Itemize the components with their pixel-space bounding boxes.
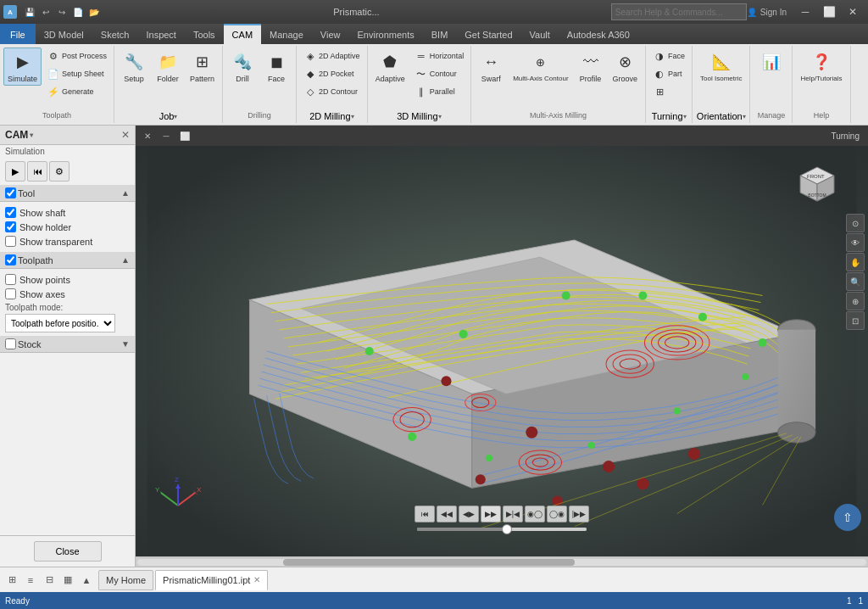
tab-manage[interactable]: Manage	[261, 24, 312, 44]
horizontal-scrollbar[interactable]	[136, 556, 868, 567]
view-column-button[interactable]: ▦	[59, 572, 76, 589]
show-points-checkbox[interactable]	[5, 274, 16, 285]
vp-minimize-btn[interactable]: ─	[158, 128, 175, 143]
pan-button[interactable]: ✋	[846, 253, 865, 271]
stock-section-header[interactable]: Stock ▼	[0, 336, 135, 353]
stock-checkbox[interactable]	[5, 338, 16, 349]
panel-dropdown[interactable]: ▾	[30, 131, 33, 139]
share-button[interactable]: ⇧	[834, 504, 861, 531]
2d-contour-button[interactable]: ◇ 2D Contour	[300, 83, 364, 100]
pb-end-button[interactable]: |▶▶	[569, 506, 589, 522]
scrollbar-thumb[interactable]	[283, 559, 575, 566]
adaptive-button[interactable]: ⬟ Adaptive	[371, 47, 409, 86]
tool-checkbox[interactable]	[5, 187, 16, 198]
panel-close-btn[interactable]: ✕	[121, 129, 130, 141]
pb-next-button[interactable]: ◉◯	[525, 506, 545, 522]
setup-sheet-button[interactable]: 📄 Setup Sheet	[43, 65, 110, 82]
profile-button[interactable]: 〰 Profile	[575, 47, 607, 86]
vp-close-btn[interactable]: ✕	[139, 128, 156, 143]
parallel-button[interactable]: ∥ Parallel	[411, 83, 468, 100]
undo-button[interactable]: ↩	[38, 4, 53, 20]
tab-3dmodel[interactable]: 3D Model	[36, 24, 92, 44]
restore-button[interactable]: ⬜	[817, 0, 841, 24]
minimize-button[interactable]: ─	[793, 0, 817, 24]
view-table-button[interactable]: ⊟	[41, 572, 58, 589]
redo-button[interactable]: ↪	[54, 4, 70, 20]
stock-collapse-arrow[interactable]: ▼	[121, 339, 130, 349]
pb-start-button[interactable]: ⏮	[415, 506, 435, 522]
drill-button[interactable]: 🔩 Drill	[226, 47, 259, 86]
save-button[interactable]: 💾	[22, 4, 37, 20]
tab-inspect[interactable]: Inspect	[137, 24, 184, 44]
tab-get-started[interactable]: Get Started	[456, 24, 520, 44]
turning-dropdown[interactable]: ▾	[683, 113, 687, 120]
2d-milling-dropdown[interactable]: ▾	[351, 113, 354, 120]
manage-btn[interactable]: 📊	[755, 47, 787, 77]
new-button[interactable]: 📄	[70, 4, 86, 20]
3d-milling-dropdown[interactable]: ▾	[438, 113, 442, 120]
tab-sketch[interactable]: Sketch	[92, 24, 138, 44]
turning-extra-button[interactable]: ⊞	[649, 83, 688, 100]
tab-cam[interactable]: CAM	[224, 24, 261, 44]
groove-button[interactable]: ⊗ Groove	[609, 47, 643, 86]
look-button[interactable]: 👁	[846, 233, 865, 252]
pb-step-button[interactable]: ▶|◀	[503, 506, 523, 522]
vp-maximize-btn[interactable]: ⬜	[176, 128, 193, 143]
nav-extra2[interactable]: ⊡	[846, 311, 865, 330]
tab-my-home[interactable]: My Home	[98, 570, 153, 590]
tab-bim[interactable]: BIM	[423, 24, 457, 44]
generate-button[interactable]: ⚡ Generate	[43, 83, 110, 100]
setup-button[interactable]: 🔧 Setup	[118, 47, 150, 86]
nav-extra1[interactable]: ⊕	[846, 292, 865, 310]
pb-next-fast-button[interactable]: ◯◉	[547, 506, 567, 522]
toolpath-mode-select[interactable]: Toolpath before positio...	[5, 314, 115, 332]
orientation-dropdown[interactable]: ▾	[743, 113, 746, 120]
tab-environments[interactable]: Environments	[348, 24, 422, 44]
pb-prev-button[interactable]: ◀▶	[459, 506, 479, 522]
toolpath-checkbox[interactable]	[5, 254, 16, 265]
show-transparent-checkbox[interactable]	[5, 236, 16, 247]
job-dropdown-arrow[interactable]: ▾	[174, 113, 177, 120]
tool-collapse-arrow[interactable]: ▲	[121, 188, 130, 198]
open-button[interactable]: 📂	[86, 4, 102, 20]
tool-isometric-button[interactable]: 📐 Tool Isometric	[696, 47, 746, 85]
tab-vault[interactable]: Vault	[521, 24, 559, 44]
playback-slider[interactable]	[417, 528, 587, 531]
tab-view[interactable]: View	[312, 24, 349, 44]
part-button[interactable]: ◐ Part	[649, 65, 688, 82]
tool-section-header[interactable]: Tool ▲	[0, 185, 135, 202]
sign-in-link[interactable]: Sign In	[760, 8, 787, 17]
show-shaft-checkbox[interactable]	[5, 207, 16, 218]
pb-prev-fast-button[interactable]: ◀◀	[437, 506, 457, 522]
close-panel-button[interactable]: Close	[34, 541, 102, 562]
search-input[interactable]	[611, 3, 747, 20]
toolpath-collapse-arrow[interactable]: ▲	[121, 255, 130, 265]
tab-autodesk-360[interactable]: Autodesk A360	[559, 24, 638, 44]
sim-play-button[interactable]: ▶	[5, 161, 25, 182]
multi-axis-contour-button[interactable]: ⊕ Multi-Axis Contour	[509, 47, 572, 85]
tab-close-btn[interactable]: ✕	[253, 575, 260, 584]
pb-play-button[interactable]: ▶▶	[481, 506, 501, 522]
sim-rewind-button[interactable]: ⏮	[27, 161, 47, 182]
slider-thumb[interactable]	[502, 524, 512, 534]
view-cube[interactable]: FRONT BOTTOM	[792, 159, 843, 210]
tab-tools[interactable]: Tools	[185, 24, 224, 44]
sim-settings-button[interactable]: ⚙	[49, 161, 70, 182]
close-button[interactable]: ✕	[841, 0, 865, 24]
orbit-button[interactable]: ⊙	[846, 214, 865, 232]
contour-button[interactable]: 〜 Contour	[411, 65, 468, 82]
simulate-button[interactable]: ▶ Simulate	[3, 47, 42, 86]
tab-file[interactable]: File	[0, 24, 36, 44]
pattern-button[interactable]: ⊞ Pattern	[186, 47, 219, 86]
nav-up-button[interactable]: ▲	[78, 572, 95, 589]
view-list-button[interactable]: ≡	[22, 572, 39, 589]
2d-pocket-button[interactable]: ◆ 2D Pocket	[300, 65, 364, 82]
toolpath-section-header[interactable]: Toolpath ▲	[0, 252, 135, 269]
face-turning-button[interactable]: ◑ Face	[649, 47, 688, 64]
viewport-canvas[interactable]: FRONT BOTTOM ⊙ 👁 ✋ 🔍 ⊕ ⊡ X	[136, 146, 868, 556]
view-grid-button[interactable]: ⊞	[3, 572, 20, 589]
show-holder-checkbox[interactable]	[5, 221, 16, 232]
horizontal-button[interactable]: ═ Horizontal	[411, 47, 468, 64]
post-process-button[interactable]: ⚙ Post Process	[43, 47, 110, 64]
face-drill-button[interactable]: ◼ Face	[260, 47, 292, 86]
